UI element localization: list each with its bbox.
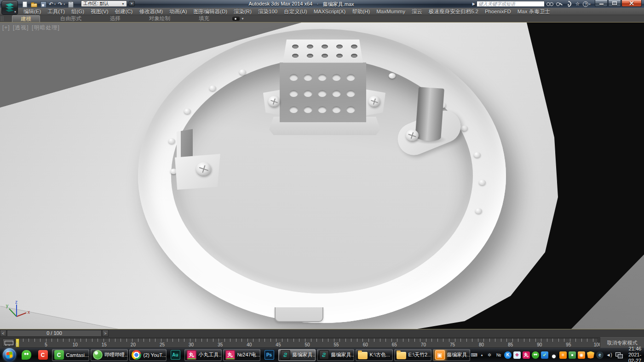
tray-icon[interactable]: e [596, 351, 604, 359]
taskbar-window-button[interactable]: ▣ 藤编家具... [433, 349, 470, 361]
viewport-pov-label[interactable]: [透视] [13, 24, 29, 31]
infocenter-toggle-icon[interactable]: ▶ [472, 2, 475, 6]
undo-caret-icon[interactable]: ▾ [54, 2, 56, 6]
close-button[interactable] [621, 0, 642, 7]
toolbar-flyout-button[interactable]: ▼ [129, 1, 135, 6]
menu-item[interactable]: 创建(C) [111, 8, 136, 15]
model-corner-bracket[interactable] [174, 130, 222, 190]
menu-item[interactable]: 极速瘦身安全归档5.2 [426, 8, 482, 15]
next-frame-button[interactable]: > [102, 330, 109, 337]
tray-icon[interactable]: ✔ [541, 351, 548, 359]
help-button[interactable]: ? ▾ [583, 1, 591, 7]
menu-item[interactable]: 自定义(U) [281, 8, 310, 15]
menu-item[interactable]: 视图(V) [87, 8, 111, 15]
taskbar-window-button[interactable] [19, 349, 34, 361]
model-cylinder-leg[interactable] [393, 85, 467, 154]
tray-icon[interactable]: ▴ [480, 351, 484, 359]
taskbar-app-icon: Ƨ [319, 350, 329, 360]
project-folder-icon[interactable] [67, 1, 74, 7]
tray-icon[interactable]: ≡ [559, 351, 567, 359]
save-file-icon[interactable] [40, 1, 46, 7]
tray-icon[interactable]: ⌨ [471, 351, 478, 359]
minimize-button[interactable] [595, 0, 608, 7]
box-top-face [283, 40, 363, 63]
ring-rivet [184, 108, 191, 114]
taskbar-window-button[interactable]: Au [168, 349, 183, 361]
frame-counter-field[interactable]: 0 / 100 [7, 330, 102, 337]
taskbar-window-button[interactable]: E:\天竹2... [394, 349, 431, 361]
taskbar-window-button[interactable]: Ƨ 藤编家具... [278, 349, 316, 361]
perspective-viewport[interactable]: [+] [透视] [明暗处理] x y z [0, 22, 644, 329]
undo-icon[interactable]: ↶ [49, 1, 53, 7]
favorites-star-icon[interactable]: ☆ [574, 1, 581, 7]
workspace-selector[interactable]: 工作区: 默认 ▼ [81, 0, 127, 7]
mini-curve-editor-button[interactable] [2, 339, 14, 347]
ribbon-tab[interactable]: 对象绘制 [141, 15, 178, 22]
open-file-icon[interactable] [30, 1, 37, 7]
taskbar-window-button[interactable]: (2) YouT... [129, 349, 167, 361]
application-menu-button[interactable]: ▼ [1, 0, 18, 15]
search-binoculars-icon[interactable] [546, 1, 554, 7]
taskbar-window-button[interactable]: 丸 №247电... [223, 349, 260, 361]
tray-icon[interactable] [532, 351, 539, 359]
taskbar-window-button[interactable]: Ps [262, 349, 277, 361]
menu-item[interactable]: 工具(T) [44, 8, 68, 15]
ribbon-tab[interactable]: 建模 [12, 15, 40, 22]
timeline-tick-label: 5 [45, 342, 47, 347]
menu-item[interactable]: 编辑(E) [20, 8, 44, 15]
taskbar-window-button[interactable]: K:\古色... [356, 349, 393, 361]
new-file-icon[interactable] [21, 1, 28, 7]
menu-item[interactable]: 修改器(M) [136, 8, 166, 15]
tray-icon[interactable]: ◄) [605, 351, 613, 359]
previous-frame-button[interactable]: < [0, 330, 6, 337]
timeline-tick-label: 0 [16, 342, 18, 347]
menu-item[interactable]: 渲云 [408, 8, 426, 15]
viewport-shading-label[interactable]: [明暗处理] [32, 24, 60, 31]
menu-item[interactable]: Max 杀毒卫士 [514, 8, 553, 15]
tray-icon[interactable] [587, 351, 594, 359]
menu-item[interactable]: 图形编辑器(D) [190, 8, 230, 15]
menu-item[interactable]: PhoenixFD [482, 8, 514, 15]
communication-center-icon[interactable] [564, 1, 572, 7]
menu-item[interactable]: MAXScript(X) [310, 8, 349, 15]
viewport-menu-plus[interactable]: [+] [2, 24, 10, 31]
taskbar-window-button[interactable]: C Camtasi... [52, 349, 89, 361]
taskbar-button-label: 小丸工具... [199, 351, 222, 358]
taskbar-window-button[interactable]: 哔哩哔哩... [91, 349, 128, 361]
model-bottom-tab[interactable] [275, 307, 323, 322]
tray-icon[interactable] [550, 351, 558, 359]
taskbar-window-button[interactable]: 丸 小丸工具... [184, 349, 222, 361]
start-button[interactable] [3, 348, 16, 362]
taskbar-window-button[interactable]: C [35, 349, 51, 361]
ribbon-tabs: 建模自由形式选择对象绘制填充 [12, 15, 230, 22]
menu-item[interactable]: 渲染(R) [230, 8, 255, 15]
infocenter-search-input[interactable] [477, 1, 545, 7]
taskbar-clock[interactable]: 21:46 2021-02-27 [628, 346, 641, 362]
ribbon-tab[interactable]: 选择 [102, 15, 129, 22]
tray-icon[interactable]: ❖ [513, 351, 521, 359]
subscription-key-icon[interactable] [555, 1, 563, 7]
taskbar-window-button[interactable]: Ƨ 藤编家具... [317, 349, 354, 361]
menu-item[interactable]: 帮助(H) [349, 8, 373, 15]
ribbon-overflow-control[interactable]: ▼ [232, 15, 244, 22]
menu-item[interactable]: 动画(A) [166, 8, 190, 15]
restore-button[interactable] [608, 0, 621, 7]
redo-icon[interactable]: ↷ [58, 1, 63, 7]
taskbar-app-icon [358, 352, 368, 359]
tray-icon[interactable] [615, 351, 623, 359]
menu-item[interactable]: 渲染100 [255, 8, 281, 15]
menu-item[interactable]: MaxMummy [373, 8, 408, 15]
ribbon-tab[interactable]: 自由形式 [52, 15, 90, 22]
tray-icon[interactable] [569, 351, 576, 359]
tray-icon[interactable]: 丸 [523, 351, 530, 359]
taskbar-button-label: Camtasi... [66, 352, 89, 358]
tray-icon[interactable]: K [504, 351, 512, 359]
tray-icon[interactable]: ✲ [486, 351, 493, 359]
redo-caret-icon[interactable]: ▾ [63, 2, 65, 6]
tray-icon[interactable]: № [495, 351, 502, 359]
menu-item[interactable]: 组(G) [68, 8, 87, 15]
tray-icon[interactable]: ◉ [578, 351, 585, 359]
ribbon-tab[interactable]: 填充 [190, 15, 218, 22]
box-front-face [280, 62, 366, 122]
model-perforated-box[interactable] [264, 40, 384, 138]
